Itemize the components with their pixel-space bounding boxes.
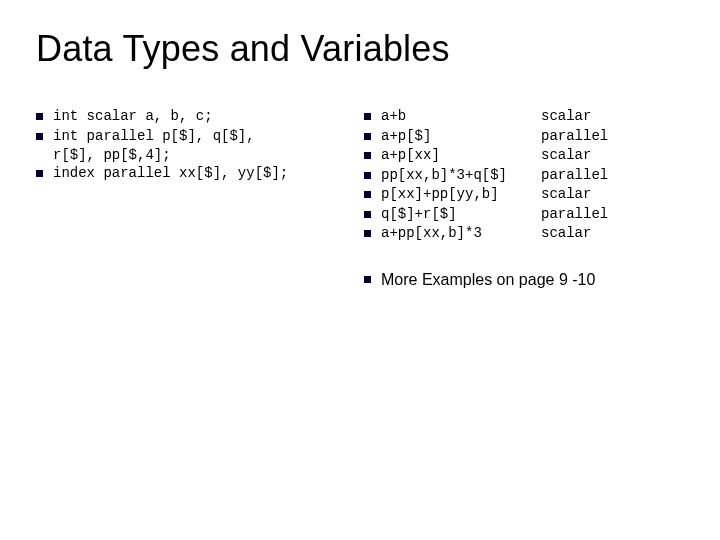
expression: a+p[xx] (381, 147, 541, 165)
result-kind: scalar (541, 108, 684, 126)
expression: q[$]+r[$] (381, 206, 541, 224)
right-column: a+b scalar a+p[$] parallel a+p[xx] scala… (364, 108, 684, 289)
more-examples-text: More Examples on page 9 -10 (381, 271, 595, 289)
square-bullet-icon (364, 172, 371, 179)
code-line: index parallel xx[$], yy[$]; (53, 165, 288, 183)
content-columns: int scalar a, b, c; int parallel p[$], q… (36, 108, 684, 289)
list-item: More Examples on page 9 -10 (364, 271, 684, 289)
square-bullet-icon (364, 152, 371, 159)
list-item: p[xx]+pp[yy,b] scalar (364, 186, 684, 204)
expression: a+b (381, 108, 541, 126)
result-kind: parallel (541, 128, 684, 146)
code-line: int parallel p[$], q[$], (53, 128, 255, 146)
expression: a+pp[xx,b]*3 (381, 225, 541, 243)
square-bullet-icon (364, 133, 371, 140)
square-bullet-icon (36, 133, 43, 140)
square-bullet-icon (364, 211, 371, 218)
list-item: index parallel xx[$], yy[$]; (36, 165, 336, 183)
page-title: Data Types and Variables (36, 28, 684, 70)
list-item: int scalar a, b, c; (36, 108, 336, 126)
list-item: a+b scalar (364, 108, 684, 126)
list-item: a+pp[xx,b]*3 scalar (364, 225, 684, 243)
expression: pp[xx,b]*3+q[$] (381, 167, 541, 185)
list-item: a+p[xx] scalar (364, 147, 684, 165)
list-item: pp[xx,b]*3+q[$] parallel (364, 167, 684, 185)
code-line: int scalar a, b, c; (53, 108, 213, 126)
result-kind: parallel (541, 167, 684, 185)
result-kind: scalar (541, 147, 684, 165)
square-bullet-icon (364, 191, 371, 198)
square-bullet-icon (364, 230, 371, 237)
square-bullet-icon (36, 170, 43, 177)
code-line-continuation: r[$], pp[$,4]; (53, 147, 336, 165)
left-column: int scalar a, b, c; int parallel p[$], q… (36, 108, 336, 289)
expression: p[xx]+pp[yy,b] (381, 186, 541, 204)
list-item: q[$]+r[$] parallel (364, 206, 684, 224)
square-bullet-icon (36, 113, 43, 120)
list-item: int parallel p[$], q[$], (36, 128, 336, 146)
square-bullet-icon (364, 113, 371, 120)
result-kind: scalar (541, 225, 684, 243)
square-bullet-icon (364, 276, 371, 283)
expression: a+p[$] (381, 128, 541, 146)
result-kind: parallel (541, 206, 684, 224)
result-kind: scalar (541, 186, 684, 204)
list-item: a+p[$] parallel (364, 128, 684, 146)
slide: Data Types and Variables int scalar a, b… (0, 0, 720, 540)
